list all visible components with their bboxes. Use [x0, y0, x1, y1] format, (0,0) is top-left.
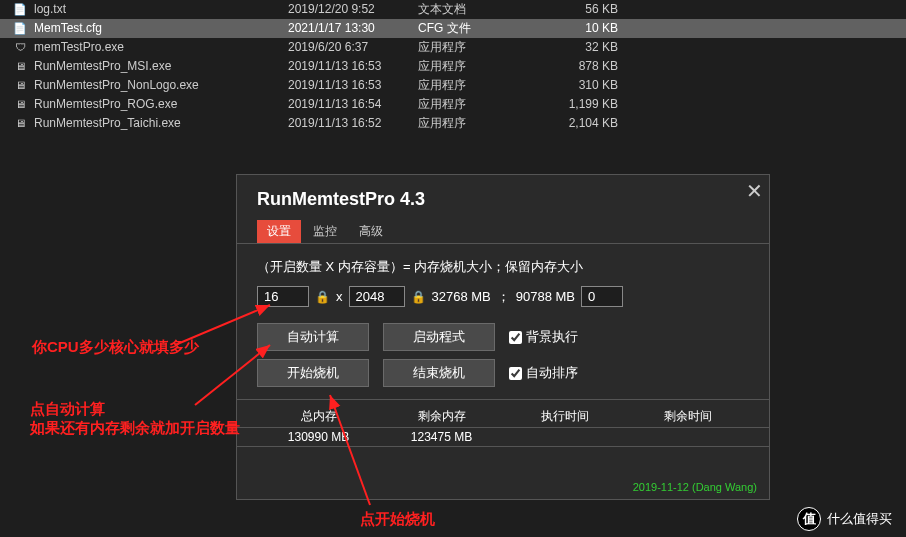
tab-monitor[interactable]: 监控	[303, 220, 347, 243]
burn-size: 32768 MB	[432, 289, 491, 304]
file-size: 878 KB	[538, 57, 618, 76]
val-lefttime	[626, 430, 749, 444]
file-icon: 📄	[12, 2, 28, 18]
dialog-title: RunMemtestPro 4.3	[237, 175, 769, 220]
file-type: 应用程序	[418, 76, 538, 95]
file-row[interactable]: 📄log.txt2019/12/20 9:52文本文档56 KB	[0, 0, 906, 19]
startup-button[interactable]: 启动程式	[383, 323, 495, 351]
col-lefttime: 剩余时间	[626, 408, 749, 425]
sep: ；	[497, 288, 510, 306]
col-total: 总内存	[257, 408, 380, 425]
file-icon: 🖥	[12, 78, 28, 94]
file-name: MemTest.cfg	[34, 19, 102, 38]
file-row[interactable]: 📄MemTest.cfg2021/1/17 13:30CFG 文件10 KB	[0, 19, 906, 38]
val-runtime	[503, 430, 626, 444]
memtest-dialog: ✕ RunMemtestPro 4.3 设置 监控 高级 （开启数量 X 内存容…	[236, 174, 770, 500]
smzdm-text: 什么值得买	[827, 510, 892, 528]
file-type: 应用程序	[418, 114, 538, 133]
file-date: 2019/6/20 6:37	[288, 38, 418, 57]
button-row-2: 开始烧机 结束烧机 自动排序	[237, 355, 769, 391]
free-size: 90788 MB	[516, 289, 575, 304]
file-date: 2019/11/13 16:53	[288, 76, 418, 95]
background-checkbox[interactable]: 背景执行	[509, 328, 578, 346]
file-size: 1,199 KB	[538, 95, 618, 114]
auto-calc-button[interactable]: 自动计算	[257, 323, 369, 351]
file-date: 2019/12/20 9:52	[288, 0, 418, 19]
file-type: 应用程序	[418, 57, 538, 76]
file-icon: 🛡	[12, 40, 28, 56]
file-name: memTestPro.exe	[34, 38, 124, 57]
file-date: 2019/11/13 16:52	[288, 114, 418, 133]
file-row[interactable]: 🖥RunMemtestPro_ROG.exe2019/11/13 16:54应用…	[0, 95, 906, 114]
auto-sort-checkbox[interactable]: 自动排序	[509, 364, 578, 382]
annotation-autocalc: 点自动计算 如果还有内存剩余就加开启数量	[30, 400, 240, 438]
file-type: CFG 文件	[418, 19, 538, 38]
start-burn-button[interactable]: 开始烧机	[257, 359, 369, 387]
formula-text: （开启数量 X 内存容量）= 内存烧机大小；保留内存大小	[237, 244, 769, 286]
lock-icon: 🔒	[411, 290, 426, 304]
file-date: 2019/11/13 16:54	[288, 95, 418, 114]
file-name: RunMemtestPro_MSI.exe	[34, 57, 171, 76]
file-name: log.txt	[34, 0, 66, 19]
button-row-1: 自动计算 启动程式 背景执行	[237, 319, 769, 355]
file-size: 32 KB	[538, 38, 618, 57]
file-type: 应用程序	[418, 38, 538, 57]
multiply-label: x	[336, 289, 343, 304]
file-row[interactable]: 🖥RunMemtestPro_MSI.exe2019/11/13 16:53应用…	[0, 57, 906, 76]
file-icon: 🖥	[12, 116, 28, 132]
stats-header: 总内存 剩余内存 执行时间 剩余时间	[237, 399, 769, 427]
file-icon: 🖥	[12, 59, 28, 75]
tab-settings[interactable]: 设置	[257, 220, 301, 243]
memory-input[interactable]	[349, 286, 405, 307]
file-name: RunMemtestPro_NonLogo.exe	[34, 76, 199, 95]
file-size: 310 KB	[538, 76, 618, 95]
smzdm-watermark: 值 什么值得买	[797, 507, 892, 531]
file-date: 2021/1/17 13:30	[288, 19, 418, 38]
file-row[interactable]: 🖥RunMemtestPro_NonLogo.exe2019/11/13 16:…	[0, 76, 906, 95]
file-icon: 🖥	[12, 97, 28, 113]
stats-body: 130990 MB 123475 MB	[237, 427, 769, 447]
file-type: 文本文档	[418, 0, 538, 19]
file-name: RunMemtestPro_Taichi.exe	[34, 114, 181, 133]
stop-burn-button[interactable]: 结束烧机	[383, 359, 495, 387]
file-date: 2019/11/13 16:53	[288, 57, 418, 76]
file-type: 应用程序	[418, 95, 538, 114]
val-remain: 123475 MB	[380, 430, 503, 444]
file-size: 56 KB	[538, 0, 618, 19]
annotation-start: 点开始烧机	[360, 510, 435, 529]
input-row: 🔒 x 🔒 32768 MB ； 90788 MB	[237, 286, 769, 319]
tab-advanced[interactable]: 高级	[349, 220, 393, 243]
annotation-cores: 你CPU多少核心就填多少	[32, 338, 199, 357]
count-input[interactable]	[257, 286, 309, 307]
reserve-input[interactable]	[581, 286, 623, 307]
file-name: RunMemtestPro_ROG.exe	[34, 95, 177, 114]
file-list: 📄log.txt2019/12/20 9:52文本文档56 KB📄MemTest…	[0, 0, 906, 133]
col-runtime: 执行时间	[503, 408, 626, 425]
lock-icon: 🔒	[315, 290, 330, 304]
file-size: 2,104 KB	[538, 114, 618, 133]
file-row[interactable]: 🛡memTestPro.exe2019/6/20 6:37应用程序32 KB	[0, 38, 906, 57]
file-row[interactable]: 🖥RunMemtestPro_Taichi.exe2019/11/13 16:5…	[0, 114, 906, 133]
dialog-footer: 2019-11-12 (Dang Wang)	[633, 481, 757, 493]
val-total: 130990 MB	[257, 430, 380, 444]
smzdm-badge-icon: 值	[797, 507, 821, 531]
tab-bar: 设置 监控 高级	[237, 220, 769, 244]
file-size: 10 KB	[538, 19, 618, 38]
close-icon[interactable]: ✕	[746, 179, 763, 203]
col-remain: 剩余内存	[380, 408, 503, 425]
file-icon: 📄	[12, 21, 28, 37]
